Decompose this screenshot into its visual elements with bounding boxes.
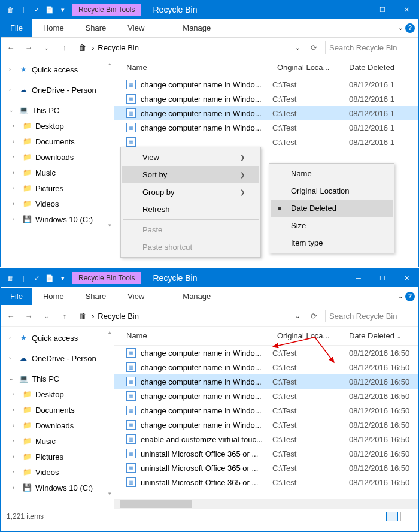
properties-icon[interactable]: ✓ [32,273,41,283]
ribbon-collapse-icon[interactable]: ⌄ [398,293,403,300]
address-dropdown-icon[interactable]: ⌄ [295,44,300,51]
scroll-down-icon[interactable]: ▾ [108,491,111,497]
up-button[interactable]: ↑ [58,41,71,55]
ctx-group-by[interactable]: Group by❯ [122,183,259,201]
close-button[interactable]: ✕ [394,269,418,287]
file-row[interactable]: ▦change computer name in Windo...C:\Test… [114,77,418,92]
chevron-down-icon[interactable]: ⌄ [9,107,15,113]
sidebar-item-drive-c[interactable]: ›💾Windows 10 (C:) [1,211,114,227]
forward-button[interactable]: → [22,310,35,323]
sort-original-location[interactable]: Original Location [271,182,393,200]
sidebar-item-desktop[interactable]: ›📁Desktop [1,386,114,402]
recent-dropdown[interactable]: ⌄ [40,41,53,55]
chevron-right-icon[interactable]: › [13,407,19,413]
chevron-right-icon[interactable]: › [13,138,19,144]
ribbon-collapse-icon[interactable]: ⌄ [398,25,403,31]
file-row[interactable]: ▦change computer name in Windo...C:\Test… [114,360,418,374]
chevron-right-icon[interactable]: › [13,391,19,397]
tab-manage[interactable]: Manage [172,19,221,37]
breadcrumb[interactable]: 🗑 › Recycle Bin ⌄ [76,43,302,53]
breadcrumb-item[interactable]: Recycle Bin [98,312,139,321]
qat-dropdown-icon[interactable]: ▾ [58,5,68,14]
chevron-right-icon[interactable]: › [13,485,19,491]
refresh-button[interactable]: ⟳ [307,310,320,323]
ctx-sort-by[interactable]: Sort by❯ [122,166,259,183]
tab-share[interactable]: Share [75,19,117,37]
search-input[interactable]: Search Recycle Bin [325,310,415,322]
chevron-right-icon[interactable]: › [13,154,19,160]
file-row[interactable]: ▦change computer name in Windo...C:\Test… [114,403,418,418]
file-row[interactable]: ▦change computer name in Windo...C:\Test… [114,120,418,135]
chevron-right-icon[interactable]: › [13,469,19,475]
chevron-right-icon[interactable]: › [13,170,19,176]
chevron-right-icon[interactable]: › [9,335,15,341]
tab-view[interactable]: View [117,288,155,305]
horizontal-scrollbar[interactable] [114,499,418,509]
contextual-tab[interactable]: Recycle Bin Tools [72,272,141,284]
sidebar-item-this-pc[interactable]: ⌄💻This PC [1,371,114,386]
refresh-button[interactable]: ⟳ [307,41,320,55]
col-location[interactable]: Original Loca... [277,63,349,72]
chevron-right-icon[interactable]: › [13,123,19,129]
help-icon[interactable]: ? [405,292,415,301]
breadcrumb[interactable]: 🗑 › Recycle Bin ⌄ [76,312,302,321]
file-row[interactable]: ▦uninstall Microsoft Office 365 or ...C:… [114,475,418,489]
file-row[interactable]: ▦uninstall Microsoft Office 365 or ...C:… [114,461,418,475]
file-row[interactable]: ▦change computer name in Windo...C:\Test… [114,346,418,360]
column-headers[interactable]: Name Original Loca... Date Deleted⌄ [114,327,418,346]
help-icon[interactable]: ? [405,23,415,33]
back-button[interactable]: ← [4,41,17,55]
col-name[interactable]: Name [126,331,277,340]
tab-share[interactable]: Share [75,288,117,305]
minimize-button[interactable]: ─ [347,269,371,287]
file-tab[interactable]: File [1,288,32,305]
scroll-up-icon[interactable]: ▴ [108,329,111,335]
sidebar-scrollbar[interactable]: ▴▾ [105,58,114,231]
sidebar-item-downloads[interactable]: ›📁Downloads [1,418,114,433]
sidebar-item-onedrive[interactable]: ›☁OneDrive - Person [1,82,114,98]
ctx-refresh[interactable]: Refresh [122,201,259,218]
scroll-up-icon[interactable]: ▴ [108,61,111,66]
scroll-down-icon[interactable]: ▾ [108,222,111,228]
search-input[interactable]: Search Recycle Bin [325,41,415,54]
sidebar-item-onedrive[interactable]: ›☁OneDrive - Person [1,350,114,366]
chevron-right-icon[interactable]: › [13,185,19,191]
chevron-right-icon[interactable]: › [13,422,19,428]
up-button[interactable]: ↑ [58,310,71,323]
sidebar-item-downloads[interactable]: ›📁Downloads [1,149,114,165]
chevron-right-icon[interactable]: › [9,66,15,72]
icons-view-button[interactable] [400,512,412,521]
sort-item-type[interactable]: Item type [271,234,393,252]
sidebar-item-this-pc[interactable]: ⌄💻This PC [1,102,114,118]
close-button[interactable]: ✕ [394,1,418,19]
sidebar-item-desktop[interactable]: ›📁Desktop [1,118,114,134]
forward-button[interactable]: → [22,41,35,55]
chevron-right-icon[interactable]: › [13,216,19,222]
sort-size[interactable]: Size [271,217,393,234]
sidebar-item-music[interactable]: ›📁Music [1,165,114,180]
chevron-right-icon[interactable]: › [9,355,15,361]
file-row[interactable]: ▦change computer name in Windo...C:\Test… [114,374,418,389]
chevron-right-icon[interactable]: › [13,438,19,444]
new-folder-icon[interactable]: 📄 [45,273,54,283]
file-row[interactable]: ▦enable and customize virtual touc...C:\… [114,432,418,446]
sidebar-item-pictures[interactable]: ›📁Pictures [1,180,114,196]
col-date-deleted[interactable]: Date Deleted [349,63,415,72]
file-row[interactable]: ▦change computer name in Windo...C:\Test… [114,106,418,120]
new-folder-icon[interactable]: 📄 [45,5,54,14]
back-button[interactable]: ← [4,310,17,323]
file-row[interactable]: ▦change computer name in Windo...C:\Test… [114,418,418,432]
maximize-button[interactable]: ☐ [371,269,394,287]
col-date-deleted[interactable]: Date Deleted⌄ [349,331,415,340]
tab-manage[interactable]: Manage [172,288,221,305]
chevron-right-icon[interactable]: › [9,87,15,93]
address-dropdown-icon[interactable]: ⌄ [295,313,300,319]
sidebar-item-quick-access[interactable]: ›★Quick access [1,62,114,77]
minimize-button[interactable]: ─ [347,1,371,19]
titlebar[interactable]: 🗑 | ✓ 📄 ▾ Recycle Bin Tools Recycle Bin … [1,269,418,287]
sort-date-deleted[interactable]: Date Deleted [271,200,393,217]
tab-home[interactable]: Home [32,19,75,37]
contextual-tab[interactable]: Recycle Bin Tools [72,4,141,16]
recent-dropdown[interactable]: ⌄ [40,310,53,323]
scrollbar-thumb[interactable] [120,500,192,508]
